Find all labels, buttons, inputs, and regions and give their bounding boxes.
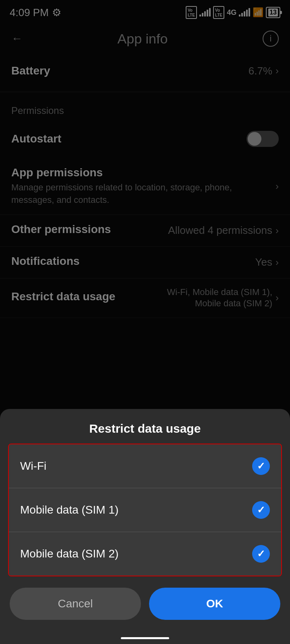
home-indicator — [121, 637, 169, 639]
options-list: Wi-Fi Mobile data (SIM 1) Mobile data (S… — [8, 444, 282, 576]
dialog-buttons: Cancel OK — [0, 576, 290, 628]
wifi-option-row[interactable]: Wi-Fi — [9, 444, 281, 488]
mobile-data-sim2-checkbox[interactable] — [252, 545, 270, 563]
dialog-title: Restrict data usage — [0, 409, 290, 444]
ok-button[interactable]: OK — [149, 588, 280, 620]
restrict-data-dialog: Restrict data usage Wi-Fi Mobile data (S… — [0, 409, 290, 644]
cancel-button[interactable]: Cancel — [10, 588, 141, 620]
mobile-data-sim1-checkbox[interactable] — [252, 501, 270, 519]
mobile-data-sim1-label: Mobile data (SIM 1) — [20, 504, 118, 516]
mobile-data-sim1-row[interactable]: Mobile data (SIM 1) — [9, 488, 281, 532]
mobile-data-sim2-label: Mobile data (SIM 2) — [20, 547, 118, 560]
wifi-checkbox[interactable] — [252, 457, 270, 475]
wifi-option-label: Wi-Fi — [20, 460, 46, 473]
mobile-data-sim2-row[interactable]: Mobile data (SIM 2) — [9, 532, 281, 576]
